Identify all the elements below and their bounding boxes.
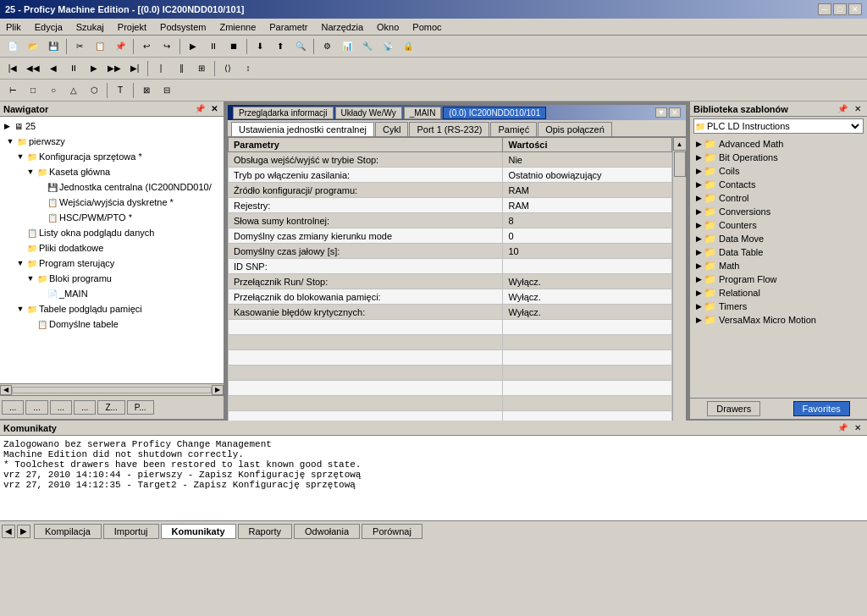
lib-tree-item[interactable]: ▶📁VersaMax Micro Motion <box>692 313 865 327</box>
nav-btn-z[interactable]: Z... <box>97 400 124 415</box>
tb2-7[interactable]: ▶| <box>125 60 144 77</box>
library-dropdown-select[interactable]: PLC LD Instructions <box>848 120 862 132</box>
tree-item-jednostka[interactable]: 💾 Jednostka centralna (IC200NDD010/ <box>36 179 222 195</box>
nav-btn-1[interactable]: ... <box>2 400 24 415</box>
nav-close-btn[interactable]: ✕ <box>208 104 220 113</box>
nav-btn-3[interactable]: ... <box>50 400 72 415</box>
tree-item-program[interactable]: ▼ 📁 Program sterujący <box>15 256 222 271</box>
tb2-11[interactable]: ⟨⟩ <box>218 60 237 77</box>
copy-btn[interactable]: 📋 <box>91 38 109 55</box>
inner-tab-uklady[interactable]: Układy We/Wy <box>335 107 402 119</box>
tree-item-listy[interactable]: 📋 Listy okna podglądu danych <box>15 225 222 240</box>
bottom-tab-importuj[interactable]: Importuj <box>103 524 159 539</box>
bottom-tab-kompilacja[interactable]: Kompilacja <box>34 524 102 539</box>
table-row[interactable] <box>229 366 672 381</box>
lib-tree-item[interactable]: ▶📁Relational <box>692 286 865 300</box>
lib-tree-item[interactable]: ▶📁Coils <box>692 164 865 178</box>
menu-plik[interactable]: Plik <box>3 21 24 33</box>
lib-pin-btn[interactable]: 📌 <box>835 104 850 113</box>
inner-tab-przeglad[interactable]: Przeglądarka informacji <box>233 107 334 119</box>
menu-okno[interactable]: Okno <box>374 21 401 33</box>
tb2-10[interactable]: ⊞ <box>192 60 211 77</box>
nav-pin-btn[interactable]: 📌 <box>192 104 207 113</box>
bottom-tab-porownaj[interactable]: Porównaj <box>362 524 422 539</box>
close-button[interactable]: ✕ <box>848 3 862 15</box>
menu-projekt[interactable]: Projekt <box>115 21 149 33</box>
bottom-prev-btn[interactable]: ◀ <box>2 525 15 538</box>
tb3-2[interactable]: □ <box>24 82 42 99</box>
subtab-ustawienia[interactable]: Ustawienia jednostki centralnej <box>231 122 374 136</box>
bottom-tab-komunikaty[interactable]: Komunikaty <box>161 524 236 539</box>
tree-item-tabele[interactable]: ▼ 📁 Tabele podglądu pamięci <box>15 301 222 316</box>
tree-item-pierwszy[interactable]: ▼ 📁 pierwszy <box>5 134 222 149</box>
tb3-4[interactable]: △ <box>64 82 83 99</box>
new-btn[interactable]: 📄 <box>3 38 22 55</box>
bottom-next-btn[interactable]: ▶ <box>17 525 30 538</box>
drawers-button[interactable]: Drawers <box>707 401 760 416</box>
lib-tree-item[interactable]: ▶📁Timers <box>692 300 865 313</box>
tb3-7[interactable]: ⊠ <box>137 82 156 99</box>
nav-scrollbar-h[interactable]: ◀ ▶ <box>0 383 224 395</box>
save-btn[interactable]: 💾 <box>44 38 63 55</box>
redo-btn[interactable]: ↪ <box>157 38 176 55</box>
scroll-right-btn[interactable]: ▶ <box>212 385 224 395</box>
inner-tab-active[interactable]: (0.0) IC200NDD010/101 <box>443 107 546 119</box>
vertical-scrollbar[interactable]: ▲ ▼ <box>672 137 686 442</box>
tree-item-root[interactable]: ▶ 🖥 25 <box>2 118 222 134</box>
lib-tree-item[interactable]: ▶📁Data Move <box>692 232 865 245</box>
lib-tree-item[interactable]: ▶📁Bit Operations <box>692 151 865 164</box>
table-row[interactable]: Domyślny czas jałowy [s]:10 <box>229 244 672 259</box>
lib-tree-item[interactable]: ▶📁Math <box>692 259 865 272</box>
nav-btn-4[interactable]: ... <box>74 400 96 415</box>
minimize-button[interactable]: ─ <box>818 3 831 15</box>
tb2-5[interactable]: ▶ <box>85 60 103 77</box>
tree-item-konfiguracja[interactable]: ▼ 📁 Konfiguracja sprzętowa * <box>15 149 222 164</box>
cut-btn[interactable]: ✂ <box>70 38 89 55</box>
open-btn[interactable]: 📂 <box>24 38 42 55</box>
table-row[interactable]: Domyślny czas zmiany kierunku mode0 <box>229 228 672 244</box>
table-row[interactable] <box>229 381 672 396</box>
tb7[interactable]: ⚙ <box>318 38 336 55</box>
tb5[interactable]: ⬆ <box>271 38 290 55</box>
tree-item-main[interactable]: 📄 _MAIN <box>36 286 222 301</box>
favorites-button[interactable]: Favorites <box>793 401 850 416</box>
nav-btn-2[interactable]: ... <box>25 400 47 415</box>
lib-tree-item[interactable]: ▶📁Advanced Math <box>692 137 865 151</box>
bottom-tab-odwolania[interactable]: Odwołania <box>294 524 360 539</box>
subtab-port1[interactable]: Port 1 (RS-232) <box>409 122 489 136</box>
menu-zmienne[interactable]: Zmienne <box>217 21 258 33</box>
menu-szukaj[interactable]: Szukaj <box>74 21 107 33</box>
table-row[interactable]: Przełącznik do blokowania pamięci:Wyłącz… <box>229 289 672 305</box>
tb4[interactable]: ⬇ <box>251 38 269 55</box>
tb9[interactable]: 🔧 <box>358 38 377 55</box>
inner-float-btn[interactable]: ▼ <box>655 107 667 118</box>
tb2-8[interactable]: | <box>152 60 170 77</box>
tb1[interactable]: ▶ <box>184 38 202 55</box>
maximize-button[interactable]: □ <box>833 3 847 15</box>
lib-close-btn[interactable]: ✕ <box>852 104 864 113</box>
tb2[interactable]: ⏸ <box>204 38 223 55</box>
msg-close-btn[interactable]: ✕ <box>852 423 864 432</box>
tb2-12[interactable]: ↕ <box>239 60 257 77</box>
menu-edycja[interactable]: Edycja <box>32 21 65 33</box>
tree-item-bloki[interactable]: ▼ 📁 Bloki programu <box>25 271 222 286</box>
lib-tree-item[interactable]: ▶📁Conversions <box>692 205 865 218</box>
subtab-cykl[interactable]: Cykl <box>375 122 408 136</box>
tree-item-pliki[interactable]: 📁 Pliki dodatkowe <box>15 240 222 256</box>
bottom-tab-raporty[interactable]: Raporty <box>238 524 293 539</box>
scroll-thumb[interactable] <box>674 151 686 177</box>
lib-tree-item[interactable]: ▶📁Data Table <box>692 245 865 259</box>
tb2-6[interactable]: ▶▶ <box>105 60 124 77</box>
lib-tree-item[interactable]: ▶📁Control <box>692 191 865 205</box>
table-row[interactable] <box>229 320 672 335</box>
undo-btn[interactable]: ↩ <box>137 38 156 55</box>
table-row[interactable]: Przełącznik Run/ Stop:Wyłącz. <box>229 274 672 289</box>
tb6[interactable]: 🔍 <box>291 38 310 55</box>
tb3-5[interactable]: ⬡ <box>85 82 103 99</box>
tb2-3[interactable]: ◀ <box>44 60 63 77</box>
tb3-1[interactable]: ⊢ <box>3 82 22 99</box>
table-row[interactable] <box>229 396 672 411</box>
table-row[interactable]: Słowa sumy kontrolnej:8 <box>229 213 672 228</box>
table-row[interactable]: Źródło konfiguracji/ programu:RAM <box>229 183 672 198</box>
tb3-3[interactable]: ○ <box>44 82 63 99</box>
